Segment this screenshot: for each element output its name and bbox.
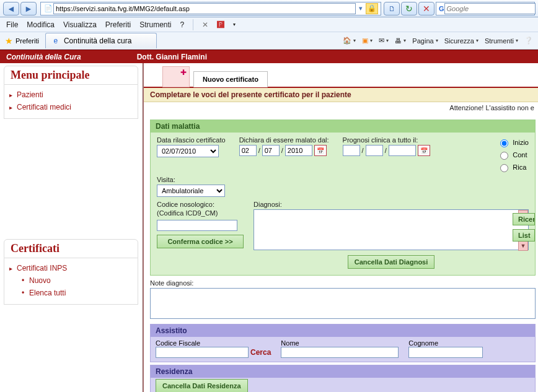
page-icon: 📄 (43, 4, 53, 14)
menu-principale-body: Pazienti Certificati medici (4, 85, 138, 119)
input-codice[interactable] (157, 220, 237, 231)
menu-visualizza[interactable]: Visualizza (63, 20, 97, 29)
browser-tab[interactable]: e Continuità della cura (45, 33, 157, 48)
tab-nuovo-certificato[interactable]: Nuovo certificato (193, 71, 268, 87)
field-cognome: Cognome (408, 339, 483, 358)
menu-principale-title: Menu principale (4, 66, 138, 85)
header-assistito: Assistito (151, 324, 535, 337)
input-dichiara-day[interactable] (239, 145, 257, 156)
tab-strip: Nuovo certificato (144, 63, 538, 88)
header-residenza: Residenza (151, 365, 535, 378)
input-prognosi-month[interactable] (366, 145, 383, 156)
lock-icon: 🔒 (366, 3, 378, 14)
sidebar-item-certificati-medici[interactable]: Certificati medici (4, 101, 138, 113)
field-diagnosi: Diagnosi: ▲ ▼ Cancella Dati Diagnosi (254, 201, 529, 269)
refresh-button[interactable]: ↻ (401, 2, 417, 15)
textarea-note-diagnosi[interactable] (150, 288, 536, 319)
calendar-icon[interactable]: 📅 (418, 145, 430, 156)
search-input[interactable] (444, 3, 536, 14)
app-title: Continuità della Cura (0, 53, 87, 61)
field-note-diagnosi: Note diagnosi: (150, 279, 536, 319)
cancella-residenza-button[interactable]: Cancella Dati Residenza (156, 379, 248, 392)
pdf-icon[interactable]: 🅿 (217, 20, 224, 29)
scroll-down-icon[interactable]: ▼ (518, 241, 528, 251)
lista-side-button[interactable]: List (513, 229, 535, 242)
separator (193, 19, 193, 30)
rss-button[interactable]: ▣ ▾ (362, 37, 373, 45)
sidebar-item-certificati-inps[interactable]: Certificati INPS (4, 262, 138, 274)
app-user: Dott. Gianni Flamini (131, 53, 213, 61)
ie-icon: e (51, 36, 61, 46)
field-nome: Nome (281, 339, 399, 358)
input-prognosi-year[interactable] (389, 145, 416, 156)
field-visita: Visita: Ambulatoriale (157, 176, 225, 197)
textarea-diagnosi[interactable] (254, 209, 529, 250)
compat-button[interactable]: 🗋 (384, 2, 400, 15)
input-nome[interactable] (281, 347, 399, 358)
favorites-label[interactable]: Preferiti (15, 37, 39, 45)
forward-button[interactable]: ► (20, 2, 37, 15)
tab-title: Continuità della cura (64, 37, 131, 45)
menu-preferiti[interactable]: Preferiti (105, 20, 131, 29)
input-prognosi-day[interactable] (343, 145, 360, 156)
cmd-strumenti[interactable]: Strumenti ▾ (485, 37, 518, 45)
sidebar-item-nuovo[interactable]: Nuovo (4, 274, 138, 287)
certificati-body: Certificati INPS Nuovo Elenca tutti (4, 258, 138, 305)
select-visita[interactable]: Ambulatoriale (157, 185, 225, 197)
ricerca-side-button[interactable]: Ricer (513, 213, 535, 225)
back-button[interactable]: ◄ (3, 2, 19, 15)
sidebar-item-elenca-tutti[interactable]: Elenca tutti (4, 287, 138, 299)
star-icon[interactable]: ★ (5, 36, 13, 46)
section-dati-malattia: Dati malattia Data rilascio certificato … (150, 120, 536, 276)
print-button[interactable]: 🖶 ▾ (395, 37, 406, 45)
cmd-sicurezza[interactable]: Sicurezza ▾ (444, 37, 478, 45)
warning-text: Attenzione! L'assistito non e (144, 102, 538, 113)
field-data-rilascio: Data rilascio certificato 02/07/2010 (157, 136, 226, 172)
command-bar: 🏠 ▾ ▣ ▾ ✉ ▾ 🖶 ▾ Pagina ▾ Sicurezza ▾ Str… (343, 37, 533, 45)
calendar-icon[interactable]: 📅 (314, 145, 327, 156)
search-box[interactable]: G (436, 2, 535, 15)
close-x-icon[interactable]: ✕ (202, 20, 208, 29)
radio-inizio[interactable]: Inizio (497, 137, 529, 147)
url-input[interactable] (53, 3, 356, 14)
home-button[interactable]: 🏠 ▾ (343, 37, 356, 45)
sidebar-item-pazienti[interactable]: Pazienti (4, 89, 138, 101)
menu-strumenti[interactable]: Strumenti (139, 20, 171, 29)
input-dichiara-month[interactable] (262, 145, 280, 156)
radio-rica[interactable]: Rica (497, 162, 529, 172)
field-codice-fiscale: Codice Fiscale Cerca (156, 339, 271, 358)
cmd-pagina[interactable]: Pagina ▾ (412, 37, 438, 45)
mail-button[interactable]: ✉ ▾ (379, 37, 389, 45)
field-prognosi: Prognosi clinica a tutto il: / / 📅 (343, 136, 430, 172)
stop-button[interactable]: ✕ (418, 2, 434, 15)
browser-nav-toolbar: ◄ ► 📄 ▾ 🔒 🗋 ↻ ✕ G (0, 0, 538, 17)
header-dati-malattia: Dati malattia (151, 120, 535, 133)
help-button[interactable]: ❔ (524, 37, 533, 45)
browser-menubar: File Modifica Visualizza Preferiti Strum… (0, 17, 538, 32)
instruction-bar: Completare le voci del presente certific… (144, 88, 538, 102)
certificati-title: Certificati (4, 239, 138, 258)
menu-help[interactable]: ? (180, 20, 185, 29)
select-data-rilascio[interactable]: 02/07/2010 (157, 145, 219, 157)
section-assistito: Assistito Codice Fiscale Cerca Nome (150, 324, 536, 362)
folder-icon[interactable] (162, 66, 190, 87)
section-residenza: Residenza Cancella Dati Residenza (150, 365, 536, 392)
conferma-codice-button[interactable]: Conferma codice >> (157, 235, 244, 248)
radio-group-tipo: Inizio Cont Rica (497, 137, 529, 172)
input-dichiara-year[interactable] (285, 145, 312, 156)
menu-modifica[interactable]: Modifica (27, 20, 55, 29)
main-content: Nuovo certificato Completare le voci del… (143, 63, 538, 392)
left-sidebar: Menu principale Pazienti Certificati med… (0, 63, 143, 392)
cancella-diagnosi-button[interactable]: Cancella Dati Diagnosi (348, 255, 435, 269)
menu-file[interactable]: File (6, 20, 18, 29)
address-bar[interactable]: 📄 ▾ 🔒 (40, 2, 381, 15)
input-codice-fiscale[interactable] (156, 347, 249, 358)
radio-cont[interactable]: Cont (497, 150, 529, 160)
dropdown-icon[interactable]: ▾ (356, 4, 366, 14)
field-dichiara: Dichiara di essere malato dal: / / 📅 (239, 136, 329, 172)
app-header: Continuità della Cura Dott. Gianni Flami… (0, 50, 538, 63)
google-icon: G (439, 4, 444, 14)
favorites-bar: ★ Preferiti e Continuità della cura 🏠 ▾ … (0, 32, 538, 50)
link-cerca[interactable]: Cerca (250, 348, 271, 357)
input-cognome[interactable] (408, 347, 483, 358)
